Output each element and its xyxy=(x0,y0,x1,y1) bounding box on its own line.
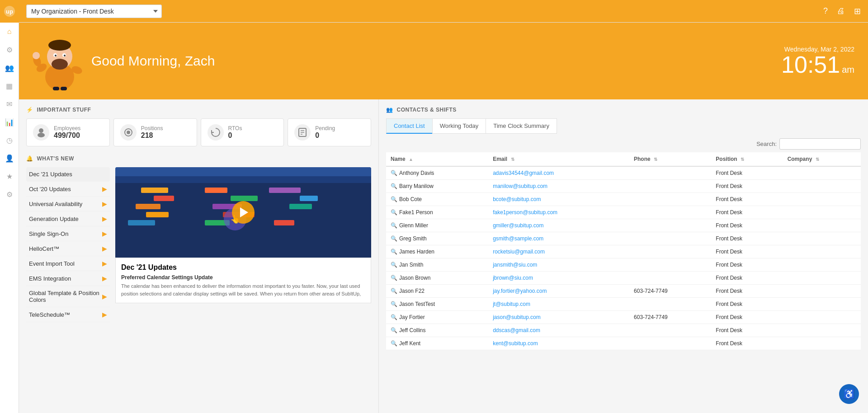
tab-contact-list[interactable]: Contact List xyxy=(386,118,432,134)
search-contact-icon-1[interactable]: 🔍 xyxy=(391,183,397,189)
video-play-button[interactable] xyxy=(232,201,255,224)
email-link-11[interactable]: jason@subitup.com xyxy=(493,314,541,320)
grid-icon[interactable]: ⊞ xyxy=(854,6,861,16)
tab-working-today[interactable]: Working Today xyxy=(432,118,486,134)
table-row[interactable]: 🔍Glenn Miller gmiller@subitup.com Front … xyxy=(386,219,861,232)
news-item-dec21[interactable]: Dec '21 Updates xyxy=(26,167,110,182)
cell-position-4: Front Desk xyxy=(711,219,783,232)
news-item-generation[interactable]: Generation Update ▶ xyxy=(26,211,110,226)
news-video: 👆 Dec '21 Updates Preferred Calendar Set… xyxy=(115,167,371,322)
search-contact-icon-3[interactable]: 🔍 xyxy=(391,209,397,216)
table-row[interactable]: 🔍Jay Fortier jason@subitup.com 603-724-7… xyxy=(386,311,861,324)
table-row[interactable]: 🔍Jeff Kent kent@subitup.com Front Desk xyxy=(386,337,861,350)
search-contact-icon-2[interactable]: 🔍 xyxy=(391,196,397,202)
svg-point-19 xyxy=(127,131,130,134)
email-link-9[interactable]: jay.fortier@yahoo.com xyxy=(493,288,547,294)
email-link-10[interactable]: jt@subitup.com xyxy=(493,301,530,307)
col-company[interactable]: Company ⇅ xyxy=(783,152,861,166)
search-contact-icon-10[interactable]: 🔍 xyxy=(391,301,397,307)
search-contact-icon-4[interactable]: 🔍 xyxy=(391,222,397,229)
news-item-eventimport[interactable]: Event Import Tool ▶ xyxy=(26,256,110,271)
search-contact-icon-6[interactable]: 🔍 xyxy=(391,249,397,255)
calendar-icon[interactable]: ▦ xyxy=(0,77,19,95)
settings2-icon[interactable]: ⚙ xyxy=(0,185,19,203)
search-row: Search: xyxy=(386,138,861,150)
news-item-universal[interactable]: Universal Availability ▶ xyxy=(26,197,110,211)
email-link-0[interactable]: adavis34544@gmail.com xyxy=(493,170,554,176)
news-item-teleschedule[interactable]: TeleSchedule™ ▶ xyxy=(26,307,110,322)
cell-company-10 xyxy=(783,298,861,311)
email-link-1[interactable]: manilow@subitup.com xyxy=(493,183,547,189)
accessibility-button[interactable]: ♿ xyxy=(839,384,859,404)
cell-name-3: 🔍Fake1 Person xyxy=(386,206,488,219)
app-logo[interactable]: up xyxy=(0,0,19,23)
cell-position-12: Front Desk xyxy=(711,324,783,337)
cell-company-8 xyxy=(783,272,861,285)
email-link-5[interactable]: gsmith@sample.com xyxy=(493,235,543,242)
tab-time-clock[interactable]: Time Clock Summary xyxy=(486,118,557,134)
positions-card[interactable]: Positions 218 xyxy=(113,118,197,146)
search-contact-icon-12[interactable]: 🔍 xyxy=(391,327,397,333)
table-row[interactable]: 🔍Anthony Davis adavis34544@gmail.com Fro… xyxy=(386,166,861,180)
search-contact-icon-5[interactable]: 🔍 xyxy=(391,235,397,242)
search-contact-icon-11[interactable]: 🔍 xyxy=(391,314,397,320)
news-item-oct20[interactable]: Oct '20 Updates ▶ xyxy=(26,182,110,197)
table-row[interactable]: 🔍Bob Cote bcote@subitup.com Front Desk xyxy=(386,193,861,206)
table-row[interactable]: 🔍Fake1 Person fake1person@subitup.com Fr… xyxy=(386,206,861,219)
col-position[interactable]: Position ⇅ xyxy=(711,152,783,166)
search-contact-icon-8[interactable]: 🔍 xyxy=(391,275,397,281)
search-contact-icon-7[interactable]: 🔍 xyxy=(391,262,397,268)
news-item-globaltemplate[interactable]: Global Template & Position Colors ▶ xyxy=(26,286,110,307)
table-row[interactable]: 🔍Jan Smith jansmith@siu.com Front Desk xyxy=(386,258,861,272)
hero-banner: Good Morning, Zach Wednesday, Mar 2, 202… xyxy=(19,23,868,99)
person-icon[interactable]: 👤 xyxy=(0,149,19,167)
table-row[interactable]: 🔍Greg Smith gsmith@sample.com Front Desk xyxy=(386,232,861,245)
email-link-3[interactable]: fake1person@subitup.com xyxy=(493,209,557,216)
org-selector[interactable]: My Organization - Front Desk xyxy=(26,5,162,18)
email-link-6[interactable]: rocketsiu@gmail.com xyxy=(493,249,545,255)
envelope-icon[interactable]: ✉ xyxy=(0,95,19,113)
search-contact-icon-0[interactable]: 🔍 xyxy=(391,170,397,176)
cell-company-11 xyxy=(783,311,861,324)
users-icon[interactable]: 👥 xyxy=(0,59,19,77)
table-header: Name ▲ Email ⇅ Phone ⇅ Position xyxy=(386,152,861,166)
table-row[interactable]: 🔍Jason TestTest jt@subitup.com Front Des… xyxy=(386,298,861,311)
news-item-sso[interactable]: Single Sign-On ▶ xyxy=(26,226,110,241)
rtos-card[interactable]: RTOs 0 xyxy=(201,118,284,146)
col-email[interactable]: Email ⇅ xyxy=(488,152,629,166)
svg-point-5 xyxy=(48,40,71,51)
video-thumbnail[interactable]: 👆 xyxy=(115,167,371,258)
chart-icon[interactable]: 📊 xyxy=(0,113,19,131)
email-link-8[interactable]: jbrown@siu.com xyxy=(493,275,533,281)
email-link-7[interactable]: jansmith@siu.com xyxy=(493,262,537,268)
table-row[interactable]: 🔍James Harden rocketsiu@gmail.com Front … xyxy=(386,245,861,258)
col-name[interactable]: Name ▲ xyxy=(386,152,488,166)
news-item-ems[interactable]: EMS Integration ▶ xyxy=(26,271,110,286)
employees-card[interactable]: Employees 499/700 xyxy=(26,118,110,146)
news-item-hellocert[interactable]: HelloCert™ ▶ xyxy=(26,241,110,256)
search-contact-icon-9[interactable]: 🔍 xyxy=(391,288,397,294)
topbar: My Organization - Front Desk ? 🖨 ⊞ xyxy=(19,0,868,23)
email-link-12[interactable]: ddscas@gmail.com xyxy=(493,327,540,333)
table-row[interactable]: 🔍Jason F22 jay.fortier@yahoo.com 603-724… xyxy=(386,285,861,298)
search-contact-icon-13[interactable]: 🔍 xyxy=(391,340,397,347)
video-subtitle: Preferred Calendar Settings Update xyxy=(121,274,365,281)
table-row[interactable]: 🔍Jason Brown jbrown@siu.com Front Desk xyxy=(386,272,861,285)
email-link-13[interactable]: kent@subitup.com xyxy=(493,340,538,347)
help-icon[interactable]: ? xyxy=(823,6,828,16)
gear-icon[interactable]: ⚙ xyxy=(0,41,19,59)
col-phone[interactable]: Phone ⇅ xyxy=(629,152,711,166)
table-row[interactable]: 🔍Barry Manilow manilow@subitup.com Front… xyxy=(386,180,861,193)
hero-greeting: Good Morning, Zach xyxy=(91,53,215,69)
email-link-4[interactable]: gmiller@subitup.com xyxy=(493,222,543,229)
email-link-2[interactable]: bcote@subitup.com xyxy=(493,196,541,202)
search-input[interactable] xyxy=(779,138,861,150)
cell-name-5: 🔍Greg Smith xyxy=(386,232,488,245)
table-row[interactable]: 🔍Jeff Collins ddscas@gmail.com Front Des… xyxy=(386,324,861,337)
home-icon[interactable]: ⌂ xyxy=(0,23,19,41)
clock-icon[interactable]: ◷ xyxy=(0,131,19,149)
print-icon[interactable]: 🖨 xyxy=(837,6,845,16)
star-icon[interactable]: ★ xyxy=(0,167,19,185)
pending-card[interactable]: Pending 0 xyxy=(288,118,371,146)
svg-text:up: up xyxy=(6,8,13,15)
